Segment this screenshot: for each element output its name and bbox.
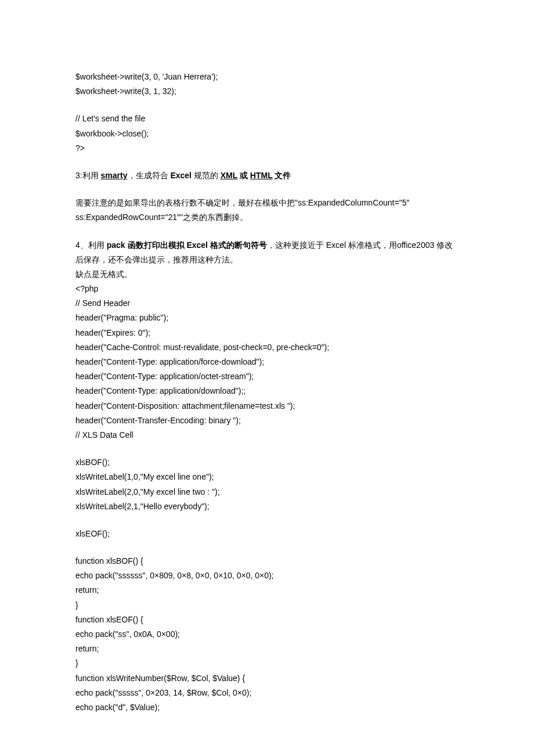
code-line: $workbook->close(); bbox=[75, 127, 459, 141]
code-line: echo pack("sssss", 0×203, 14, $Row, $Col… bbox=[75, 686, 459, 700]
code-line: } bbox=[75, 656, 459, 671]
text: 规范的 bbox=[194, 171, 221, 180]
text: 文件 bbox=[272, 171, 291, 180]
code-line: header("Content-Type: application/force-… bbox=[75, 355, 459, 369]
bold-text: Excel bbox=[186, 240, 210, 250]
code-line: header("Content-Type: application/downlo… bbox=[75, 384, 459, 398]
code-line: function xlsBOF() { bbox=[75, 554, 459, 568]
code-line: $worksheet->write(3, 1, 32); bbox=[75, 84, 459, 99]
code-line: ?> bbox=[75, 141, 459, 156]
code-block-6: xlsEOF(); bbox=[75, 527, 459, 541]
code-line: function xlsEOF() { bbox=[75, 613, 459, 627]
code-line: function xlsWriteNumber($Row, $Col, $Val… bbox=[75, 671, 459, 686]
code-line: header("Content-Transfer-Encoding: binar… bbox=[75, 413, 459, 428]
code-line: header("Expires: 0″); bbox=[75, 326, 459, 340]
code-line: // XLS Data Cell bbox=[75, 428, 459, 442]
link-xml[interactable]: XML bbox=[221, 171, 237, 180]
code-block-1: $worksheet->write(3, 0, 'Juan Herrera');… bbox=[75, 70, 459, 99]
code-line: // Let's send the file bbox=[75, 111, 459, 126]
text: 3:利用 bbox=[75, 171, 101, 180]
code-line: header("Pragma: public"); bbox=[75, 311, 459, 325]
code-line: xlsBOF(); bbox=[75, 455, 459, 470]
section-3-heading: 3:利用 smarty，生成符合 Excel 规范的 XML 或 HTML 文件 bbox=[75, 168, 459, 183]
paragraph-note: 需要注意的是如果导出的表格行数不确定时，最好在模板中把"ss:ExpandedC… bbox=[75, 196, 459, 225]
code-line: echo pack("ssssss", 0×809, 0×8, 0×0, 0×1… bbox=[75, 568, 459, 583]
code-line: xlsWriteLabel(2,0,"My excel line two : "… bbox=[75, 485, 459, 499]
code-line: echo pack("ss", 0x0A, 0×00); bbox=[75, 627, 459, 642]
code-block-2: // Let's send the file $workbook->close(… bbox=[75, 111, 459, 156]
code-line: xlsEOF(); bbox=[75, 527, 459, 541]
text: 函数打印出模拟 bbox=[128, 240, 187, 250]
code-line: } bbox=[75, 598, 459, 613]
text: ，生成符合 bbox=[128, 171, 171, 180]
text: 格式的断句符号 bbox=[210, 240, 267, 250]
section-4-block: 4、利用 pack 函数打印出模拟 Excel 格式的断句符号，这种更接近于 E… bbox=[75, 238, 459, 443]
link-html[interactable]: HTML bbox=[250, 171, 273, 180]
code-line: xlsWriteLabel(1,0,"My excel line one"); bbox=[75, 470, 459, 484]
section-4-heading-line: 4、利用 pack 函数打印出模拟 Excel 格式的断句符号，这种更接近于 E… bbox=[75, 238, 459, 267]
code-line: <?php bbox=[75, 282, 459, 296]
bold-text: pack bbox=[107, 240, 128, 250]
code-block-5: xlsBOF(); xlsWriteLabel(1,0,"My excel li… bbox=[75, 455, 459, 514]
code-line: header("Content-Type: application/octet-… bbox=[75, 369, 459, 384]
code-line: return; bbox=[75, 583, 459, 597]
code-line: header("Content-Disposition: attachment;… bbox=[75, 399, 459, 413]
code-line: 缺点是无格式。 bbox=[75, 267, 459, 282]
bold-text: Excel bbox=[170, 171, 193, 180]
code-line: $worksheet->write(3, 0, 'Juan Herrera'); bbox=[75, 70, 459, 84]
code-block-7: function xlsBOF() { echo pack("ssssss", … bbox=[75, 554, 459, 715]
code-line: header("Cache-Control: must-revalidate, … bbox=[75, 340, 459, 355]
text: 4、利用 bbox=[75, 240, 107, 250]
code-line: // Send Header bbox=[75, 296, 459, 311]
code-line: xlsWriteLabel(2,1,"Hello everybody"); bbox=[75, 499, 459, 514]
code-line: return; bbox=[75, 642, 459, 656]
link-smarty[interactable]: smarty bbox=[101, 171, 128, 180]
code-line: echo pack("d", $Value); bbox=[75, 700, 459, 715]
text: 或 bbox=[237, 171, 250, 180]
